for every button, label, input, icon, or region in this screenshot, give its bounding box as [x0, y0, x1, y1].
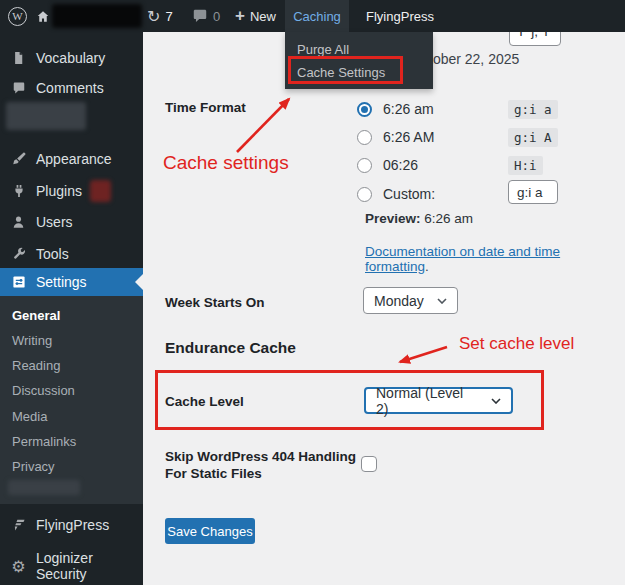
- sidebar-item-label: Comments: [36, 80, 104, 96]
- time-preview: Preview: 6:26 am: [365, 211, 473, 226]
- time-format-option-2[interactable]: 6:26 AM: [357, 129, 434, 145]
- annotation-box-cache-level: [155, 370, 544, 430]
- updates-menu[interactable]: ↻ 7: [147, 0, 173, 32]
- wordpress-logo-icon: W: [8, 7, 27, 26]
- annotation-arrow-to-cache-level: [400, 347, 447, 362]
- comment-icon: [192, 9, 208, 23]
- skip-404-label-line1: Skip WordPress 404 Handling: [165, 448, 356, 465]
- tools-icon: [10, 246, 27, 263]
- wordpress-admin-screen: F j, Y tober 22, 2025 Time Format 6:26 a…: [0, 0, 625, 585]
- preview-label: Preview:: [365, 211, 421, 226]
- sidebar-item-label: Appearance: [36, 151, 112, 167]
- comments-count: 0: [213, 9, 220, 24]
- sidebar-item-label: Plugins: [36, 183, 82, 199]
- users-icon: [10, 214, 27, 231]
- doc-link-period: .: [425, 259, 429, 274]
- preview-value: 6:26 am: [424, 211, 473, 226]
- redacted-plugins-badge: [90, 180, 111, 202]
- sidebar-item-label: Users: [36, 214, 73, 230]
- radio-unselected[interactable]: [357, 158, 372, 173]
- time-format-option-1[interactable]: 6:26 am: [357, 101, 434, 117]
- comments-menu[interactable]: 0: [192, 0, 220, 32]
- submenu-item-permalinks[interactable]: Permalinks: [12, 434, 76, 449]
- time-format-option-3-label: 06:26: [383, 157, 418, 173]
- gear-icon: ⚙: [10, 558, 27, 575]
- sidebar-item-label: Vocabulary: [36, 50, 105, 66]
- admin-sidebar: Vocabulary Comments Appearance: [0, 32, 143, 585]
- save-changes-button[interactable]: Save Changes: [165, 518, 255, 544]
- skip-404-label: Skip WordPress 404 Handling For Static F…: [165, 448, 356, 482]
- wp-logo-menu[interactable]: W: [8, 0, 27, 32]
- flyingpress-label: FlyingPress: [366, 9, 434, 24]
- datetime-doc-link[interactable]: Documentation on date and time formattin…: [365, 244, 560, 274]
- plugins-icon: [10, 183, 27, 200]
- radio-unselected[interactable]: [357, 187, 372, 202]
- week-starts-on-select[interactable]: Monday: [363, 287, 458, 314]
- flyingpress-icon: [10, 517, 27, 534]
- sidebar-item-plugins[interactable]: Plugins: [0, 179, 143, 203]
- dropdown-item-purge-all[interactable]: Purge All: [297, 42, 349, 57]
- redacted-sidebar-item: [6, 102, 86, 130]
- sidebar-item-appearance[interactable]: Appearance: [0, 147, 143, 171]
- annotation-cache-settings-note: Cache settings: [163, 152, 289, 174]
- endurance-cache-heading: Endurance Cache: [165, 339, 296, 357]
- settings-submenu: General Writing Reading Discussion Media…: [0, 296, 143, 504]
- submenu-item-writing[interactable]: Writing: [12, 333, 52, 348]
- sidebar-item-comments[interactable]: Comments: [0, 76, 143, 100]
- annotation-set-cache-level-note: Set cache level: [459, 334, 574, 354]
- sidebar-item-label: FlyingPress: [36, 517, 109, 533]
- time-format-option-custom[interactable]: Custom:: [357, 186, 435, 202]
- sidebar-item-users[interactable]: Users: [0, 210, 143, 234]
- skip-404-checkbox[interactable]: [361, 456, 377, 472]
- plus-icon: +: [235, 6, 245, 26]
- chevron-down-icon: [437, 298, 447, 304]
- week-starts-on-label: Week Starts On: [165, 295, 265, 310]
- annotation-box-cache-settings: [288, 56, 403, 84]
- comment-icon: [10, 80, 27, 97]
- time-format-option-1-label: 6:26 am: [383, 101, 434, 117]
- redacted-site-name: [52, 4, 142, 28]
- time-format-code-1: g:i a: [508, 100, 558, 119]
- time-format-code-2: g:i A: [508, 128, 558, 147]
- sidebar-item-loginizer-security[interactable]: ⚙ Loginizer Security: [0, 554, 143, 578]
- site-name-menu[interactable]: [35, 0, 51, 32]
- sidebar-item-label: Tools: [36, 246, 69, 262]
- settings-icon: [10, 274, 27, 291]
- save-changes-label: Save Changes: [167, 524, 252, 539]
- admin-bar: W ↻ 7 0 + New Caching FlyingPress: [0, 0, 625, 32]
- time-format-option-2-label: 6:26 AM: [383, 129, 434, 145]
- submenu-item-privacy[interactable]: Privacy: [12, 459, 55, 474]
- week-starts-on-value: Monday: [374, 293, 424, 309]
- time-format-code-3: H:i: [508, 156, 543, 175]
- radio-unselected[interactable]: [357, 130, 372, 145]
- submenu-item-reading[interactable]: Reading: [12, 358, 60, 373]
- sidebar-item-flyingpress[interactable]: FlyingPress: [0, 513, 143, 537]
- caching-label: Caching: [293, 9, 341, 24]
- updates-count: 7: [165, 9, 172, 24]
- submenu-item-media[interactable]: Media: [12, 409, 47, 424]
- submenu-item-general[interactable]: General: [12, 308, 60, 323]
- skip-404-label-line2: For Static Files: [165, 465, 356, 482]
- sidebar-item-settings[interactable]: Settings: [0, 268, 143, 296]
- redacted-submenu-item: [8, 480, 80, 495]
- admin-bar-flyingpress-menu[interactable]: FlyingPress: [352, 0, 448, 32]
- time-format-custom-input[interactable]: g:i a: [508, 180, 558, 204]
- doc-link-line: Documentation on date and time formattin…: [365, 244, 625, 274]
- date-option-label-partial: tober 22, 2025: [429, 51, 519, 67]
- radio-selected[interactable]: [357, 102, 372, 117]
- sidebar-item-vocabulary[interactable]: Vocabulary: [0, 46, 143, 70]
- home-icon: [35, 9, 51, 24]
- sidebar-item-label: Loginizer Security: [36, 550, 143, 582]
- admin-bar-caching-menu[interactable]: Caching: [285, 0, 349, 32]
- time-format-label: Time Format: [165, 100, 246, 115]
- appearance-icon: [10, 151, 27, 168]
- sidebar-item-label: Settings: [36, 274, 87, 290]
- time-format-custom-value: g:i a: [517, 185, 543, 200]
- new-content-menu[interactable]: + New: [235, 0, 276, 32]
- submenu-item-discussion[interactable]: Discussion: [12, 383, 75, 398]
- document-icon: [10, 50, 27, 67]
- sidebar-item-tools[interactable]: Tools: [0, 242, 143, 266]
- new-label: New: [250, 9, 276, 24]
- time-format-option-3[interactable]: 06:26: [357, 157, 418, 173]
- current-menu-notch: [127, 274, 143, 290]
